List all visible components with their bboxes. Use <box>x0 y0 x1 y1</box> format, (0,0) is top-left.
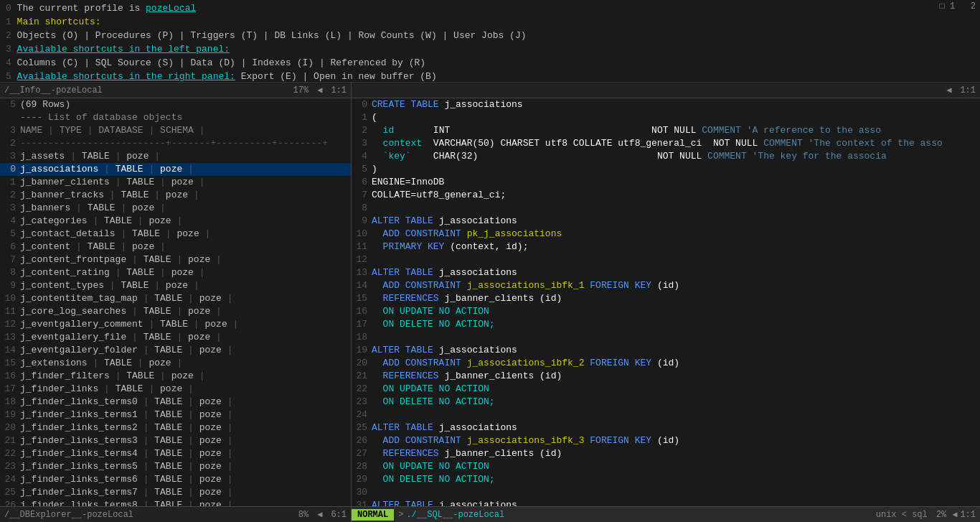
table-row[interactable]: 14 j_eventgallery_folder | TABLE | poze … <box>0 344 351 357</box>
right-status-bar: NORMAL > ./__SQL__-pozeLocal unix < sql … <box>352 506 980 522</box>
right-status-pos: 1:1 <box>960 510 976 520</box>
left-col-divider: 2 --------------------------+-------+---… <box>0 137 351 150</box>
table-row[interactable]: 3 j_assets | TABLE | poze | <box>0 150 351 163</box>
right-status-arrow: > <box>398 510 403 520</box>
sql-line-31: 31 ALTER TABLE j_associations <box>352 499 980 506</box>
table-row[interactable]: 17 j_finder_links | TABLE | poze | <box>0 383 351 396</box>
right-status-nav-icon: ◀ <box>952 509 957 520</box>
sql-line-10: 10 ADD CONSTRAINT pk_j_associations <box>352 228 980 241</box>
info-line-1: 1 Main shortcuts: <box>6 15 974 29</box>
table-row[interactable]: 23 j_finder_links_terms5 | TABLE | poze … <box>0 460 351 473</box>
sql-line-26: 26 ADD CONSTRAINT j_associations_ibfk_3 … <box>352 434 980 447</box>
sql-line-3: 3 context VARCHAR(50) CHARSET utf8 COLLA… <box>352 137 980 150</box>
sql-line-21: 21 REFERENCES j_banner_clients (id) <box>352 370 980 383</box>
right-panel: ◀ 1:1 0 CREATE TABLE j_associations 1 ( … <box>352 83 980 522</box>
sql-line-6: 6 ENGINE=InnoDB <box>352 176 980 189</box>
sql-line-18: 18 <box>352 331 980 344</box>
left-tab-percent: 17% <box>293 85 309 95</box>
sql-line-9: 9 ALTER TABLE j_associations <box>352 215 980 228</box>
table-row[interactable]: 22 j_finder_links_terms4 | TABLE | poze … <box>0 447 351 460</box>
sql-line-24: 24 <box>352 409 980 421</box>
left-code-area: 5 (69 Rows) ---- List of database object… <box>0 98 351 506</box>
left-status-pos: 6:1 <box>331 510 347 520</box>
left-status-name: /__DBExplorer__-pozeLocal <box>4 510 133 520</box>
left-status-percent: 8% <box>298 510 308 520</box>
sql-line-4: 4 `key` CHAR(32) NOT NULL COMMENT 'The k… <box>352 150 980 163</box>
table-row[interactable]: 16 j_finder_filters | TABLE | poze | <box>0 370 351 383</box>
table-row[interactable]: 1 j_banner_clients | TABLE | poze | <box>0 176 351 189</box>
sql-line-20: 20 ADD CONSTRAINT j_associations_ibfk_2 … <box>352 357 980 370</box>
left-tab-pos: 1:1 <box>331 85 347 95</box>
sql-line-30: 30 <box>352 486 980 499</box>
left-status-nav-icon: ◀ <box>317 509 322 520</box>
sql-line-0: 0 CREATE TABLE j_associations <box>352 98 980 111</box>
info-line-0: 0 The current profile is pozeLocal <box>6 1 974 15</box>
sql-line-28: 28 ON UPDATE NO ACTION <box>352 460 980 473</box>
left-col-headers: 3 NAME | TYPE | DATABASE | SCHEMA | <box>0 124 351 137</box>
table-row[interactable]: 24 j_finder_links_terms6 | TABLE | poze … <box>0 473 351 486</box>
info-line-3: 3 Available shortcuts in the left panel: <box>6 42 974 56</box>
table-row[interactable]: 19 j_finder_links_terms1 | TABLE | poze … <box>0 409 351 421</box>
left-nav-icon: ◀ <box>317 85 322 95</box>
table-row[interactable]: 13 j_eventgallery_file | TABLE | poze | <box>0 331 351 344</box>
table-row[interactable]: 2 j_banner_tracks | TABLE | poze | <box>0 189 351 202</box>
main-shortcuts-label: Main shortcuts: <box>17 17 101 27</box>
sql-line-12: 12 <box>352 253 980 266</box>
right-code-area: 0 CREATE TABLE j_associations 1 ( 2 id I… <box>352 98 980 506</box>
table-row[interactable]: 11 j_core_log_searches | TABLE | poze | <box>0 305 351 318</box>
sql-line-13: 13 ALTER TABLE j_associations <box>352 266 980 279</box>
window-indicator: □ 1 2 <box>940 1 976 11</box>
left-header-list: ---- List of database objects <box>0 111 351 124</box>
sql-line-2: 2 id INT NOT NULL COMMENT 'A reference t… <box>352 124 980 137</box>
sql-line-11: 11 PRIMARY KEY (context, id); <box>352 241 980 253</box>
info-line-5: 5 Available shortcuts in the right panel… <box>6 70 974 83</box>
right-status-percent: 2% <box>936 510 946 520</box>
table-row[interactable]: 10 j_contentitem_tag_map | TABLE | poze … <box>0 292 351 305</box>
table-row-selected[interactable]: 0 j_associations | TABLE | poze | <box>0 163 351 176</box>
left-tab-name: /__Info__-pozeLocal <box>4 85 103 95</box>
left-tab-bar: /__Info__-pozeLocal 17% ◀ 1:1 <box>0 83 351 98</box>
sql-line-17: 17 ON DELETE NO ACTION; <box>352 318 980 331</box>
info-line-4: 4 Columns (C) | SQL Source (S) | Data (D… <box>6 56 974 70</box>
table-row[interactable]: 9 j_content_types | TABLE | poze | <box>0 279 351 292</box>
left-status-bar: /__DBExplorer__-pozeLocal 8% ◀ 6:1 <box>0 506 351 522</box>
sql-line-27: 27 REFERENCES j_banner_clients (id) <box>352 447 980 460</box>
sql-line-7: 7 COLLATE=utf8_general_ci; <box>352 189 980 202</box>
sql-line-22: 22 ON UPDATE NO ACTION <box>352 383 980 396</box>
info-panel: 0 The current profile is pozeLocal 1 Mai… <box>0 0 980 83</box>
mode-normal: NORMAL <box>352 509 394 521</box>
sql-line-29: 29 ON DELETE NO ACTION; <box>352 473 980 486</box>
right-tab-pos: 1:1 <box>960 85 976 95</box>
table-row[interactable]: 15 j_extensions | TABLE | poze | <box>0 357 351 370</box>
table-row[interactable]: 4 j_categories | TABLE | poze | <box>0 215 351 228</box>
table-row[interactable]: 6 j_content | TABLE | poze | <box>0 241 351 253</box>
sql-line-23: 23 ON DELETE NO ACTION; <box>352 396 980 409</box>
sql-line-1: 1 ( <box>352 111 980 124</box>
profile-name: pozeLocal <box>146 3 196 14</box>
right-nav-icon: ◀ <box>946 85 951 95</box>
table-row[interactable]: 5 j_contact_details | TABLE | poze | <box>0 228 351 241</box>
sql-line-14: 14 ADD CONSTRAINT j_associations_ibfk_1 … <box>352 279 980 292</box>
sql-line-8: 8 <box>352 202 980 215</box>
info-line-2: 2 Objects (O) | Procedures (P) | Trigger… <box>6 29 974 42</box>
right-tab-bar: ◀ 1:1 <box>352 83 980 98</box>
table-row[interactable]: 26 j_finder_links_terms8 | TABLE | poze … <box>0 499 351 506</box>
left-panel: /__Info__-pozeLocal 17% ◀ 1:1 5 (69 Rows… <box>0 83 352 522</box>
table-row[interactable]: 21 j_finder_links_terms3 | TABLE | poze … <box>0 434 351 447</box>
sql-line-5: 5 ) <box>352 163 980 176</box>
sql-line-15: 15 REFERENCES j_banner_clients (id) <box>352 292 980 305</box>
table-row[interactable]: 25 j_finder_links_terms7 | TABLE | poze … <box>0 486 351 499</box>
table-row[interactable]: 12 j_eventgallery_comment | TABLE | poze… <box>0 318 351 331</box>
right-status-filetype: unix < sql <box>876 510 928 520</box>
table-row[interactable]: 3 j_banners | TABLE | poze | <box>0 202 351 215</box>
table-row[interactable]: 7 j_content_frontpage | TABLE | poze | <box>0 253 351 266</box>
table-row[interactable]: 18 j_finder_links_terms0 | TABLE | poze … <box>0 396 351 409</box>
table-row[interactable]: 8 j_content_rating | TABLE | poze | <box>0 266 351 279</box>
table-row[interactable]: 20 j_finder_links_terms2 | TABLE | poze … <box>0 421 351 434</box>
sql-line-25: 25 ALTER TABLE j_associations <box>352 421 980 434</box>
left-header-rows: 5 (69 Rows) <box>0 98 351 111</box>
sql-line-19: 19 ALTER TABLE j_associations <box>352 344 980 357</box>
sql-line-16: 16 ON UPDATE NO ACTION <box>352 305 980 318</box>
right-status-filename: ./__SQL__-pozeLocal <box>406 510 504 520</box>
